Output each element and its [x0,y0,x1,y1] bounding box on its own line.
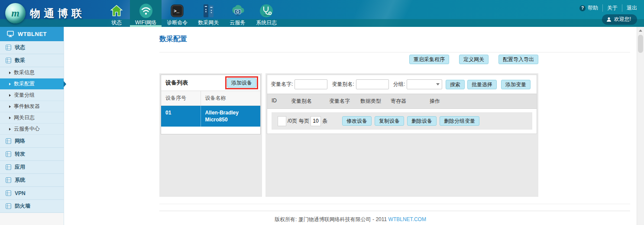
device-empty-row [161,127,260,134]
sidebar-item-firewall[interactable]: 防火墙 [0,200,64,213]
nav-item-status[interactable]: 状态 [103,0,130,27]
per-page-label: 每页 [299,117,309,125]
sidebar-item-label: 状态 [15,44,25,51]
help-label: 帮助 [588,4,598,12]
caret-icon [9,105,11,108]
nav-label: 诊断命令 [167,19,188,27]
sidebar-item-label: 转发 [15,150,25,158]
page-total-label: /0页 [288,117,297,125]
sidebar-item-network[interactable]: 网络 [0,135,64,148]
sidebar-item-label: 应用 [15,163,25,171]
footer-copyright: 版权所有: 厦门物通博联网络科技有限公司 - 2011 WTBLNET.COM [64,216,637,223]
grid-icon [6,190,11,196]
highlight-red-box: 添加设备 [225,76,258,89]
sidebar-subitem-dataacq-config[interactable]: 数采配置 [0,78,64,90]
sidebar-item-status[interactable]: 状态 [0,41,64,54]
caret-icon [9,117,11,119]
wtblnet-link[interactable]: WTBLNET.COM [388,216,426,222]
brand-name: 物通博联 [30,7,85,20]
sidebar-subitem-dataacq-info[interactable]: 数采信息 [0,67,64,78]
restart-collector-button[interactable]: 重启采集程序 [409,55,449,64]
main-content: 数采配置 重启采集程序 定义网关 配置导入导出 设备列表 添加设备 设备序号 [64,27,637,225]
device-list-title: 设备列表 [165,79,188,87]
nav-item-cloud[interactable]: 云服务 [224,0,251,27]
sidebar-subitem-variable-group[interactable]: 变量分组 [0,90,64,101]
grid-icon [6,45,11,50]
config-import-export-button[interactable]: 配置导入导出 [498,55,538,64]
scrollbar-up-arrow-icon[interactable] [639,29,642,32]
title-divider [159,52,630,52]
main-nav: 状态 WIFI网络 >_ 诊断命令 数采网关 云服务 [103,0,282,27]
welcome-label: 欢迎您! [614,16,631,23]
sidebar-subitem-gateway-log[interactable]: 网关日志 [0,112,64,124]
device-seq-cell: 01 [161,106,201,127]
logo-glyph: m [11,7,19,19]
unit-label: 条 [322,117,327,125]
sidebar-brand-label: WTBLNET [18,31,47,37]
col-alias: 变量别名 [287,94,325,108]
sidebar-item-dataacq[interactable]: 数采 [0,54,64,67]
scrollbar-thumb[interactable] [638,35,643,53]
footer-divider-1 [159,204,630,204]
top-links: ? 帮助 关于 退出 [575,4,637,12]
add-device-button[interactable]: 添加设备 [227,78,256,88]
terminal-icon: >_ [170,2,184,19]
sidebar-item-forward[interactable]: 转发 [0,148,64,161]
group-label: 分组: [393,81,405,88]
sidebar-subitem-event-trigger[interactable]: 事件触发器 [0,101,64,112]
nav-item-diagnostic[interactable]: >_ 诊断命令 [162,0,193,27]
about-link[interactable]: 关于 [603,4,622,12]
add-variable-button[interactable]: 添加变量 [501,80,531,89]
scrollbar[interactable] [637,27,644,225]
app-header: m 物通博联 状态 WIFI网络 >_ 诊断命令 数采网关 [0,0,644,27]
variable-panel: 变量名字: 变量别名: 分组: 搜索 批量选择 添加变量 [265,73,538,197]
search-button[interactable]: 搜索 [446,80,465,89]
sidebar-item-vpn[interactable]: VPN [0,187,64,200]
page-title: 数采配置 [159,27,630,43]
device-panel: 设备列表 添加设备 设备序号 设备名称 01 Allen-Bradley Mic… [159,73,262,197]
nav-label: WIFI网络 [135,19,156,27]
caret-icon [9,72,11,74]
caret-icon [9,128,11,130]
sidebar-subitem-cloud-center[interactable]: 云服务中心 [0,124,64,135]
col-id: ID [267,94,287,108]
sidebar-item-label: VPN [15,190,26,196]
sidebar-subitem-label: 变量分组 [14,91,35,99]
sidebar-subitem-label: 事件触发器 [14,103,40,110]
variable-table-header: ID 变量别名 变量名字 数据类型 寄存器 操作 [267,94,537,109]
variable-name-input[interactable] [294,79,327,89]
variable-name-label: 变量名字: [271,81,293,88]
delete-device-button[interactable]: 删除设备 [407,116,437,126]
per-page-input[interactable] [311,116,321,126]
logout-link[interactable]: 退出 [622,4,637,12]
nav-label: 数采网关 [198,19,219,27]
define-gateway-button[interactable]: 定义网关 [459,55,489,64]
pagination-bar: /0页 每页 条 修改设备 复制设备 删除设备 删除分组变量 [272,112,532,130]
group-select[interactable] [407,79,442,89]
col-datatype: 数据类型 [356,94,386,108]
help-link[interactable]: ? 帮助 [575,4,603,12]
logo-sphere-icon: m [5,3,26,23]
grid-icon [6,151,11,157]
chevron-down-icon [436,83,440,85]
copy-device-button[interactable]: 复制设备 [375,116,404,126]
variable-alias-input[interactable] [356,79,389,89]
sidebar-item-system[interactable]: 系统 [0,174,64,187]
welcome-badge[interactable]: 欢迎您! [602,14,637,25]
modify-device-button[interactable]: 修改设备 [342,116,372,126]
user-icon [606,17,612,22]
grid-icon [6,177,11,183]
delete-group-variable-button[interactable]: 删除分组变量 [440,116,479,126]
device-table-row[interactable]: 01 Allen-Bradley Micro850 [161,106,260,127]
batch-select-button[interactable]: 批量选择 [467,80,497,89]
page-number-input[interactable] [278,116,286,126]
pager-wrap: /0页 每页 条 修改设备 复制设备 删除设备 删除分组变量 [267,109,537,134]
nav-item-syslog[interactable]: 系统日志 [251,0,282,27]
about-label: 关于 [607,4,618,12]
wifi-icon [139,2,153,19]
nav-item-gateway[interactable]: 数采网关 [193,0,224,27]
nav-item-wifi[interactable]: WIFI网络 [130,0,162,27]
col-name: 变量名字 [325,94,356,108]
grid-icon [6,203,11,209]
sidebar-item-application[interactable]: 应用 [0,161,64,174]
